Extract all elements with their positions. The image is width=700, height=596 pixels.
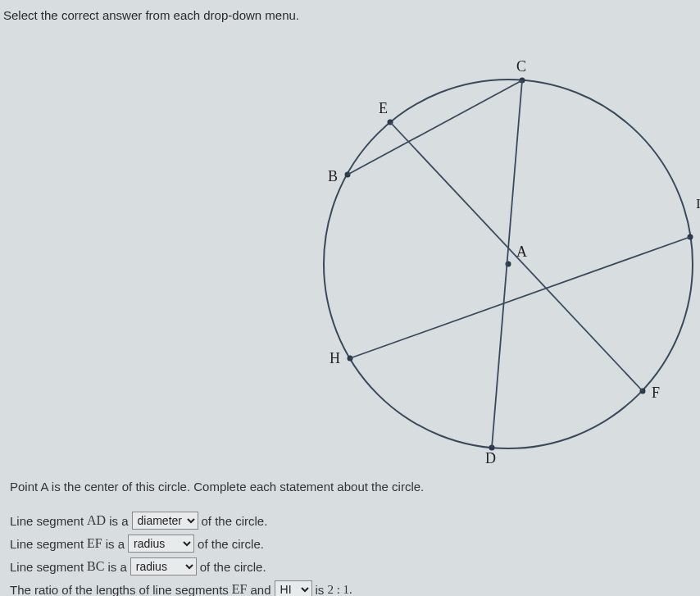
text: of the circle. — [202, 514, 268, 528]
circle-diagram: A B C D E F H I — [2, 30, 698, 473]
dropdown-ratio-segment[interactable]: HIADBC — [275, 580, 312, 596]
statement-1: Line segment AD is a diameterradiuschord… — [10, 512, 700, 530]
segment-name-AD: AD — [87, 513, 106, 528]
label-C: C — [516, 58, 526, 75]
label-E: E — [379, 100, 388, 117]
label-A: A — [516, 243, 527, 261]
statement-3: Line segment BC is a diameterradiuschord… — [10, 557, 700, 576]
text: and — [251, 583, 271, 597]
label-H: H — [330, 350, 340, 367]
diagram-svg — [2, 30, 698, 473]
statement-intro: Point A is the center of this circle. Co… — [10, 480, 700, 494]
text: is — [316, 583, 325, 597]
instruction-text: Select the correct answer from each drop… — [2, 8, 700, 22]
statement-2: Line segment EF is a diameterradiuschord… — [10, 535, 700, 553]
text: is a — [109, 514, 128, 528]
text: Line segment — [10, 537, 84, 551]
text: of the circle. — [200, 560, 266, 574]
label-I: I — [696, 196, 700, 212]
dropdown-AD-type[interactable]: diameterradiuschord — [132, 512, 198, 530]
segment-name-EF2: EF — [232, 582, 248, 596]
text: Line segment — [10, 560, 84, 574]
statements-block: Line segment AD is a diameterradiuschord… — [2, 512, 700, 596]
segment-name-BC: BC — [87, 559, 104, 574]
segment-CD — [492, 80, 522, 448]
text: is a — [106, 537, 125, 551]
label-F: F — [652, 384, 660, 402]
dropdown-BC-type[interactable]: diameterradiuschord — [130, 557, 197, 576]
text: of the circle. — [198, 537, 264, 551]
ratio-value: 2 : 1. — [327, 583, 352, 597]
dropdown-EF-type[interactable]: diameterradiuschord — [128, 535, 194, 553]
statement-4: The ratio of the lengths of line segment… — [10, 580, 700, 596]
segment-name-EF: EF — [87, 536, 102, 551]
text: The ratio of the lengths of line segment… — [10, 583, 229, 597]
label-B: B — [328, 168, 338, 185]
label-D: D — [485, 450, 496, 467]
text: is a — [107, 560, 126, 574]
text: Line segment — [10, 514, 84, 528]
